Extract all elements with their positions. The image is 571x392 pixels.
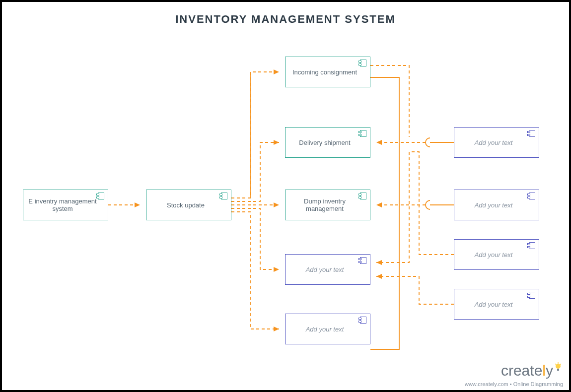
component-icon bbox=[219, 193, 227, 199]
component-label: Add your text bbox=[475, 301, 513, 308]
svg-line-3 bbox=[555, 364, 556, 365]
component-icon bbox=[527, 193, 535, 199]
component-p2[interactable]: Add your text bbox=[285, 314, 370, 344]
component-dump[interactable]: Dump inventry management bbox=[285, 190, 370, 220]
component-icon bbox=[358, 317, 366, 324]
component-r2[interactable]: Add your text bbox=[454, 190, 539, 220]
component-icon bbox=[358, 60, 366, 66]
component-p1[interactable]: Add your text bbox=[285, 254, 370, 285]
component-r3[interactable]: Add your text bbox=[454, 239, 539, 270]
component-icon bbox=[358, 257, 366, 264]
svg-line-4 bbox=[560, 364, 561, 365]
component-label: Add your text bbox=[475, 251, 513, 259]
component-icon bbox=[358, 193, 366, 199]
component-icon bbox=[358, 130, 366, 137]
component-incoming[interactable]: Incoming consignment bbox=[285, 57, 370, 87]
component-label: Stock update bbox=[167, 201, 205, 209]
component-icon bbox=[527, 292, 535, 299]
component-eims[interactable]: E inventry management system bbox=[23, 190, 108, 220]
component-r1[interactable]: Add your text bbox=[454, 127, 539, 158]
diagram-title: INVENTORY MANAGEMENT SYSTEM bbox=[2, 13, 569, 26]
component-label: Delivery shipment bbox=[299, 139, 350, 146]
svg-rect-1 bbox=[557, 369, 559, 371]
component-label: Add your text bbox=[306, 266, 344, 273]
component-r4[interactable]: Add your text bbox=[454, 289, 539, 320]
lightbulb-icon bbox=[554, 362, 562, 373]
component-label: Add your text bbox=[306, 326, 344, 333]
component-label: Add your text bbox=[475, 139, 513, 146]
component-icon bbox=[527, 130, 535, 137]
component-label: Add your text bbox=[475, 201, 513, 209]
creately-logo: creately bbox=[501, 362, 562, 379]
branding-subtitle: www.creately.com • Online Diagramming bbox=[465, 381, 563, 387]
component-label: Incoming consignment bbox=[292, 68, 357, 76]
component-icon bbox=[96, 193, 104, 199]
component-stock[interactable]: Stock update bbox=[146, 190, 231, 220]
component-label: E inventry management system bbox=[28, 197, 97, 212]
component-icon bbox=[527, 242, 535, 249]
component-label: Dump inventry management bbox=[290, 197, 359, 212]
component-delivery[interactable]: Delivery shipment bbox=[285, 127, 370, 158]
